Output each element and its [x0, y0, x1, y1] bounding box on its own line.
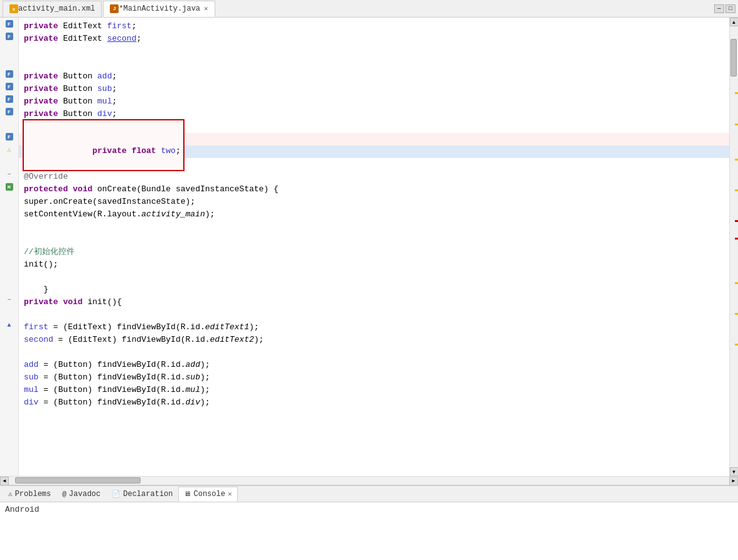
tab-declaration[interactable]: 📄 Declaration [106, 487, 178, 502]
code-line-11: private float two; [19, 145, 729, 158]
code-line-19: //初始化控件 [19, 246, 729, 258]
gutter-row-31 [0, 394, 18, 406]
marker-yellow-3 [735, 159, 738, 161]
code-line-3 [19, 45, 729, 58]
gutter-row-18 [0, 231, 18, 243]
gutter-row-19 [0, 243, 18, 256]
gutter-row-12 [0, 156, 18, 168]
gutter-row-14: M [0, 181, 18, 193]
gutter-row-16 [0, 206, 18, 218]
java-tab-label: *MainActivity.java [119, 4, 200, 13]
gutter-row-8: F [0, 105, 18, 118]
code-line-21 [19, 271, 729, 283]
gutter-row-17 [0, 218, 18, 231]
marker-yellow-7 [735, 344, 738, 346]
gutter-row-23: − [0, 293, 18, 306]
code-line-1: private EditText first; [19, 20, 729, 33]
code-line-22: } [19, 283, 729, 296]
gutter-row-30 [0, 381, 18, 394]
gutter-row-1: F [0, 18, 18, 30]
javadoc-icon: @ [62, 490, 67, 498]
gutter-row-2: F [0, 30, 18, 43]
code-line-4 [19, 58, 729, 70]
gutter-row-20 [0, 256, 18, 268]
field-icon-8: F [6, 108, 13, 115]
marker-red-2 [735, 238, 738, 240]
warning-icon-11: ⚠ [5, 145, 14, 154]
code-line-28: add = (Button) findViewById(R.id.add); [19, 359, 729, 371]
editor-container: F F F F F F F ⚠ − M − ▲ private Edi [0, 18, 738, 476]
marker-yellow-4 [735, 189, 738, 191]
gutter-row-21 [0, 268, 18, 281]
scroll-down-button[interactable]: ▼ [730, 467, 739, 476]
code-line-25: first = (EditText) findViewById(R.id.edi… [19, 321, 729, 334]
tab-close-icon[interactable]: ✕ [204, 4, 208, 13]
scroll-right-button[interactable]: ▶ [729, 477, 738, 485]
collapse-icon-13[interactable]: − [5, 170, 14, 179]
scroll-markers [735, 26, 738, 467]
gutter-row-22 [0, 281, 18, 293]
declaration-label: Declaration [123, 490, 173, 499]
scroll-left-button[interactable]: ◀ [0, 477, 9, 485]
code-line-30: mul = (Button) findViewById(R.id.mul); [19, 384, 729, 396]
console-content: Android [0, 502, 738, 560]
java-tab[interactable]: J *MainActivity.java ✕ [103, 1, 215, 17]
gutter-row-26 [0, 331, 18, 344]
gutter-row-10: F [0, 130, 18, 143]
code-line-7: private Button mul; [19, 95, 729, 108]
maximize-button[interactable]: □ [725, 4, 735, 13]
gutter-row-25: ▲ [0, 319, 18, 331]
code-line-31: div = (Button) findViewById(R.id.div); [19, 396, 729, 409]
field-icon-5: F [6, 70, 13, 78]
title-bar: x activity_main.xml J *MainActivity.java… [0, 0, 738, 18]
tab-console[interactable]: 🖥 Console ✕ [178, 487, 237, 502]
marker-yellow-2 [735, 124, 738, 125]
code-line-29: sub = (Button) findViewById(R.id.sub); [19, 371, 729, 384]
scroll-up-button[interactable]: ▲ [730, 18, 739, 26]
code-line-20: init(); [19, 258, 729, 271]
horizontal-scrollbar[interactable]: ◀ ▶ [0, 476, 738, 485]
xml-tab-label: activity_main.xml [18, 4, 95, 13]
gutter-row-7: F [0, 93, 18, 105]
gutter-row-24 [0, 306, 18, 319]
console-tab-close[interactable]: ✕ [228, 490, 232, 498]
h-scroll-track[interactable] [9, 477, 729, 485]
tab-javadoc[interactable]: @ Javadoc [56, 487, 106, 502]
xml-tab[interactable]: x activity_main.xml [3, 1, 102, 17]
code-line-14: protected void onCreate(Bundle savedInst… [19, 183, 729, 196]
code-line-6: private Button sub; [19, 83, 729, 95]
field-icon-10: F [6, 133, 13, 140]
code-line-8: private Button div; [19, 108, 729, 120]
minimize-button[interactable]: — [714, 4, 724, 13]
console-label: Console [193, 490, 225, 499]
gutter-row-9 [0, 118, 18, 130]
gutter-row-27 [0, 344, 18, 356]
method-icon-14: M [6, 183, 13, 191]
vertical-scrollbar[interactable]: ▲ ▼ [729, 18, 738, 476]
code-line-23: private void init(){ [19, 296, 729, 309]
gutter-row-4 [0, 55, 18, 68]
field-icon-7: F [6, 95, 13, 103]
marker-yellow-5 [735, 282, 738, 284]
field-icon-6: F [6, 83, 13, 90]
code-line-18 [19, 233, 729, 246]
problems-icon: ⚠ [8, 490, 13, 498]
marker-yellow-1 [735, 92, 738, 94]
code-line-15: super.onCreate(savedInstanceState); [19, 196, 729, 208]
field-icon-1: F [6, 20, 13, 28]
javadoc-label: Javadoc [69, 490, 100, 499]
gutter-row-5: F [0, 68, 18, 80]
gutter-row-13: − [0, 168, 18, 181]
scroll-track[interactable] [730, 26, 738, 467]
code-area[interactable]: private EditText first; private EditText… [19, 18, 729, 476]
tab-problems[interactable]: ⚠ Problems [3, 487, 56, 502]
collapse-icon-23[interactable]: − [5, 295, 14, 304]
code-line-16: setContentView(R.layout.activity_main); [19, 208, 729, 221]
bottom-tabs: ⚠ Problems @ Javadoc 📄 Declaration 🖥 Con… [0, 486, 738, 502]
window-controls: — □ [714, 4, 735, 13]
editor-gutter: F F F F F F F ⚠ − M − ▲ [0, 18, 19, 476]
gutter-row-6: F [0, 80, 18, 93]
h-scroll-thumb[interactable] [15, 477, 141, 483]
console-icon: 🖥 [184, 490, 191, 498]
code-content: private EditText first; private EditText… [19, 18, 729, 411]
